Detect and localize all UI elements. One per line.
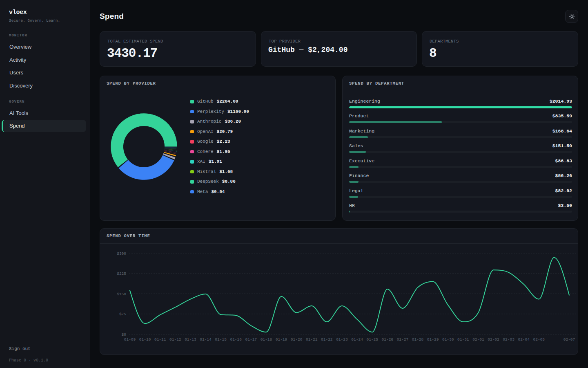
svg-text:01-18: 01-18 bbox=[261, 337, 272, 342]
svg-text:01-09: 01-09 bbox=[124, 337, 136, 342]
svg-text:01-11: 01-11 bbox=[154, 337, 166, 342]
svg-text:02-05: 02-05 bbox=[533, 337, 545, 342]
svg-text:01-17: 01-17 bbox=[245, 337, 257, 342]
svg-text:01-12: 01-12 bbox=[169, 337, 181, 342]
svg-text:01-26: 01-26 bbox=[382, 337, 394, 342]
svg-text:01-30: 01-30 bbox=[442, 337, 454, 342]
svg-text:02-02: 02-02 bbox=[488, 337, 499, 342]
svg-text:$150: $150 bbox=[117, 292, 126, 296]
svg-text:$300: $300 bbox=[117, 251, 126, 256]
svg-text:01-31: 01-31 bbox=[457, 337, 469, 342]
svg-text:01-13: 01-13 bbox=[185, 337, 196, 342]
svg-text:01-20: 01-20 bbox=[291, 337, 303, 342]
svg-text:01-15: 01-15 bbox=[215, 337, 227, 342]
svg-text:01-22: 01-22 bbox=[321, 337, 333, 342]
svg-text:$75: $75 bbox=[119, 312, 126, 316]
svg-text:01-19: 01-19 bbox=[276, 337, 287, 342]
svg-text:02-01: 02-01 bbox=[472, 337, 484, 342]
svg-text:$225: $225 bbox=[117, 272, 126, 276]
svg-text:01-25: 01-25 bbox=[366, 337, 378, 342]
svg-text:01-24: 01-24 bbox=[351, 337, 363, 342]
svg-text:01-16: 01-16 bbox=[230, 337, 242, 342]
svg-text:02-03: 02-03 bbox=[503, 337, 514, 342]
svg-text:01-23: 01-23 bbox=[336, 337, 348, 342]
svg-text:01-21: 01-21 bbox=[306, 337, 318, 342]
svg-text:01-10: 01-10 bbox=[139, 337, 151, 342]
svg-text:01-14: 01-14 bbox=[200, 337, 212, 342]
svg-text:01-29: 01-29 bbox=[427, 337, 439, 342]
svg-text:02-04: 02-04 bbox=[518, 337, 530, 342]
svg-text:02-07: 02-07 bbox=[564, 337, 575, 342]
svg-text:01-28: 01-28 bbox=[412, 337, 424, 342]
svg-text:01-27: 01-27 bbox=[397, 337, 409, 342]
svg-text:$0: $0 bbox=[122, 332, 127, 337]
